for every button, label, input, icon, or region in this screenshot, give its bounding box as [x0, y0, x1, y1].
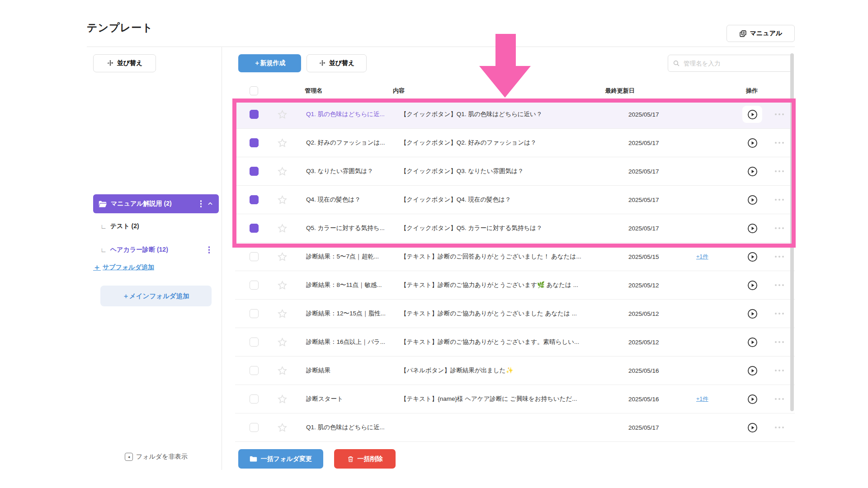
subfolder-kebab-icon[interactable]	[207, 245, 212, 255]
table-row[interactable]: 診断結果 【パネルボタン】診断結果が出ました✨ 2025/05/16	[235, 357, 795, 385]
row-menu-icon[interactable]	[775, 199, 784, 201]
row-content: 【クイックボタン】Q3. なりたい雰囲気は？	[401, 167, 628, 175]
sidebar-item-haircolor[interactable]: ∟ ヘアカラー診断 (12)	[100, 245, 211, 255]
create-new-button[interactable]: ＋新規作成	[238, 54, 301, 72]
preview-play-button[interactable]	[742, 191, 762, 208]
row-checkbox[interactable]	[250, 224, 259, 233]
star-icon[interactable]	[277, 366, 288, 376]
row-checkbox[interactable]	[250, 252, 259, 261]
row-name[interactable]: 診断スタート	[306, 395, 401, 403]
star-icon[interactable]	[277, 166, 288, 177]
sidebar-folder-selected[interactable]: マニュアル解説用 (2)	[93, 194, 219, 213]
table-row[interactable]: 診断結果：5〜7点｜超乾... 【テキスト】診断のご回答ありがとうございました！…	[235, 243, 795, 271]
star-icon[interactable]	[277, 394, 288, 404]
preview-play-button[interactable]	[742, 305, 762, 322]
row-menu-icon[interactable]	[775, 142, 784, 144]
row-name[interactable]: Q3. なりたい雰囲気は？	[306, 167, 401, 175]
table-row[interactable]: 診断スタート 【テキスト】{name}様 ヘアケア診断に ご興味をお持ちいただ.…	[235, 385, 795, 413]
preview-play-button[interactable]	[742, 163, 762, 180]
preview-play-button[interactable]	[742, 134, 762, 151]
row-name[interactable]: 診断結果	[306, 366, 401, 375]
hide-folders-button[interactable]: ◂ フォルダを非表示	[125, 453, 188, 461]
sidebar-divider	[222, 47, 222, 470]
row-checkbox[interactable]	[250, 366, 259, 375]
sidebar-item-test[interactable]: ∟ テスト (2)	[100, 222, 139, 230]
table-row[interactable]: 診断結果：16点以上｜バラ... 【テキスト】診断のご協力ありがとうございます。…	[235, 328, 795, 357]
row-name[interactable]: 診断結果：16点以上｜バラ...	[306, 338, 401, 346]
row-menu-icon[interactable]	[775, 370, 784, 372]
row-menu-icon[interactable]	[775, 284, 784, 286]
row-name[interactable]: 診断結果：5〜7点｜超乾...	[306, 253, 401, 261]
trash-icon	[347, 455, 354, 463]
row-checkbox[interactable]	[250, 167, 259, 176]
star-icon[interactable]	[277, 337, 288, 347]
row-name[interactable]: Q5. カラーに対する気持ち...	[306, 224, 401, 232]
row-content: 【テキスト】{name}様 ヘアケア診断に ご興味をお持ちいただ...	[401, 395, 628, 403]
table-row[interactable]: Q1. 肌の色味はどちらに近... 2025/05/17	[235, 413, 795, 442]
preview-play-button[interactable]	[742, 419, 762, 436]
search-box[interactable]	[668, 55, 793, 72]
table-row[interactable]: Q3. なりたい雰囲気は？ 【クイックボタン】Q3. なりたい雰囲気は？ 202…	[235, 157, 795, 186]
star-icon[interactable]	[277, 309, 288, 319]
row-checkbox[interactable]	[250, 281, 259, 290]
bulk-folder-change-button[interactable]: 一括フォルダ変更	[238, 449, 323, 469]
row-updated-date: 2025/05/17	[628, 140, 696, 146]
row-checkbox[interactable]	[250, 394, 259, 404]
table-sort-button[interactable]: 並び替え	[307, 54, 367, 72]
row-name[interactable]: 診断結果：8〜11点｜敏感...	[306, 281, 401, 289]
chevron-up-icon[interactable]	[207, 201, 213, 207]
table-row[interactable]: Q5. カラーに対する気持ち... 【クイックボタン】Q5. カラーに対する気持…	[235, 214, 795, 243]
row-menu-icon[interactable]	[775, 313, 784, 315]
select-all-checkbox[interactable]	[250, 86, 258, 95]
row-menu-icon[interactable]	[775, 398, 784, 400]
bulk-delete-button[interactable]: 一括削除	[334, 449, 396, 469]
row-checkbox[interactable]	[250, 110, 259, 119]
preview-play-button[interactable]	[742, 106, 762, 123]
add-subfolder-link[interactable]: ＋ サブフォルダ追加	[93, 262, 154, 272]
row-menu-icon[interactable]	[775, 170, 784, 173]
sidebar-sort-button[interactable]: 並び替え	[93, 54, 156, 72]
table-scrollbar[interactable]	[790, 53, 794, 411]
table-body: Q1. 肌の色味はどちらに近... 【クイックボタン】Q1. 肌の色味はどちらに…	[235, 100, 795, 442]
row-name[interactable]: Q1. 肌の色味はどちらに近...	[306, 110, 401, 118]
star-icon[interactable]	[277, 109, 288, 120]
row-menu-icon[interactable]	[775, 341, 784, 343]
row-menu-icon[interactable]	[775, 256, 784, 258]
row-checkbox[interactable]	[250, 195, 259, 204]
row-name[interactable]: Q4. 現在の髪色は？	[306, 196, 401, 204]
extra-count-link[interactable]: +1件	[696, 396, 708, 402]
row-checkbox[interactable]	[250, 423, 259, 432]
table-row[interactable]: 診断結果：8〜11点｜敏感... 【テキスト】診断のご協力ありがとうございます🌿…	[235, 271, 795, 300]
row-menu-icon[interactable]	[775, 113, 784, 116]
extra-count-link[interactable]: +1件	[696, 253, 708, 260]
preview-play-button[interactable]	[742, 220, 762, 237]
manual-button[interactable]: マニュアル	[726, 25, 795, 42]
preview-play-button[interactable]	[742, 277, 762, 294]
preview-play-button[interactable]	[742, 333, 762, 351]
row-content: 【クイックボタン】Q4. 現在の髪色は？	[401, 196, 628, 204]
star-icon[interactable]	[277, 422, 288, 433]
add-main-folder-button[interactable]: ＋メインフォルダ追加	[100, 286, 212, 306]
preview-play-button[interactable]	[742, 248, 762, 265]
row-menu-icon[interactable]	[775, 227, 784, 230]
table-row[interactable]: Q4. 現在の髪色は？ 【クイックボタン】Q4. 現在の髪色は？ 2025/05…	[235, 186, 795, 214]
row-name[interactable]: Q1. 肌の色味はどちらに近...	[306, 423, 401, 432]
folder-kebab-icon[interactable]	[199, 199, 203, 209]
search-input[interactable]	[684, 60, 788, 67]
star-icon[interactable]	[277, 138, 288, 148]
star-icon[interactable]	[277, 252, 288, 262]
table-row[interactable]: 診断結果：12〜15点｜脂性... 【テキスト】診断のご協力ありがとうございまし…	[235, 300, 795, 328]
row-name[interactable]: Q2. 好みのファッションは...	[306, 139, 401, 147]
row-menu-icon[interactable]	[775, 427, 784, 429]
star-icon[interactable]	[277, 280, 288, 291]
table-row[interactable]: Q2. 好みのファッションは... 【クイックボタン】Q2. 好みのファッション…	[235, 129, 795, 157]
row-checkbox[interactable]	[250, 309, 259, 318]
star-icon[interactable]	[277, 195, 288, 205]
row-checkbox[interactable]	[250, 138, 259, 147]
table-row[interactable]: Q1. 肌の色味はどちらに近... 【クイックボタン】Q1. 肌の色味はどちらに…	[235, 100, 795, 129]
star-icon[interactable]	[277, 223, 288, 234]
row-checkbox[interactable]	[250, 338, 259, 347]
preview-play-button[interactable]	[742, 362, 762, 379]
preview-play-button[interactable]	[742, 390, 762, 408]
row-name[interactable]: 診断結果：12〜15点｜脂性...	[306, 310, 401, 318]
